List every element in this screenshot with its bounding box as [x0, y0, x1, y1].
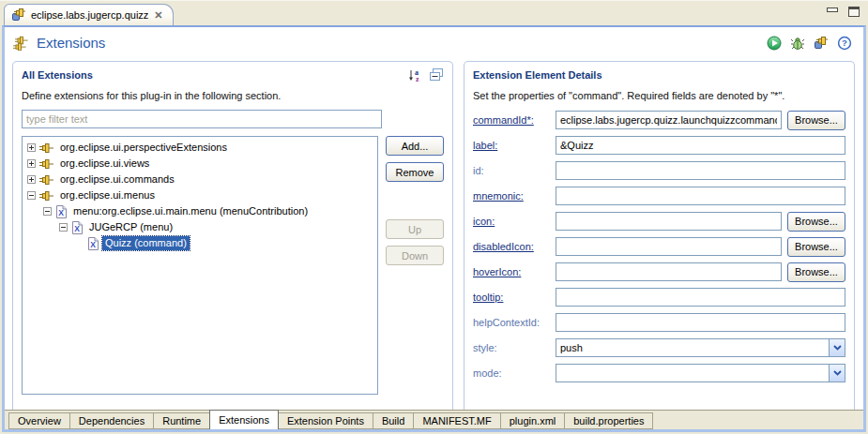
label-input[interactable]: [556, 136, 845, 155]
add-button[interactable]: Add...: [386, 136, 444, 156]
style-input[interactable]: [556, 339, 829, 356]
tree-item-label: org.eclipse.ui.views: [57, 157, 152, 171]
xml-element-icon: X: [55, 205, 67, 218]
minimize-icon[interactable]: [827, 7, 838, 12]
commandid-input[interactable]: [556, 111, 782, 129]
page-tab-extensions[interactable]: Extensions: [209, 410, 279, 429]
page-tab-build[interactable]: Build: [373, 412, 414, 429]
tree-item-org-eclipse-ui-menus[interactable]: org.eclipse.ui.menus: [23, 187, 377, 203]
page-tab-bar: OverviewDependenciesRuntimeExtensionsExt…: [5, 410, 863, 429]
extension-point-icon: [39, 190, 53, 202]
page-tab-plugin-xml[interactable]: plugin.xml: [501, 412, 566, 429]
eclipse-editor-window: eclipse.labs.jugercp.quizz ✕ Extensions …: [0, 0, 868, 434]
editor-tab[interactable]: eclipse.labs.jugercp.quizz ✕: [4, 4, 174, 25]
svg-text:X: X: [90, 240, 96, 249]
help-icon[interactable]: ?: [837, 36, 852, 51]
icon-label-link[interactable]: icon:: [473, 216, 556, 227]
tree-item-label: org.eclipse.ui.menus: [57, 188, 158, 202]
editor-tab-title: eclipse.labs.jugercp.quizz: [31, 9, 148, 21]
style-label: style:: [473, 342, 556, 353]
tree-item-org-eclipse-ui-commands[interactable]: org.eclipse.ui.commands: [23, 172, 377, 187]
debug-icon[interactable]: [790, 36, 805, 51]
xml-element-icon: X: [71, 221, 83, 234]
sort-alpha-icon[interactable]: az: [407, 67, 422, 82]
extensions-tree[interactable]: org.eclipse.ui.perspectiveExtensionsorg.…: [22, 136, 378, 395]
disabledicon-input[interactable]: [556, 237, 782, 256]
svg-text:X: X: [58, 208, 64, 217]
mode-input[interactable]: [556, 365, 829, 382]
tree-item-label: menu:org.eclipse.ui.main.menu (menuContr…: [70, 204, 311, 218]
extension-point-icon: [39, 174, 53, 186]
tree-item-org-eclipse-ui-views[interactable]: org.eclipse.ui.views: [23, 156, 377, 172]
tree-expander-icon[interactable]: [43, 207, 52, 216]
element-details-titlebar: Extension Element Details: [473, 67, 845, 82]
page-tab-build-properties[interactable]: build.properties: [565, 412, 653, 429]
tree-expander-icon[interactable]: [27, 191, 36, 200]
mode-label: mode:: [473, 367, 556, 379]
tree-item-menu-org-eclipse-ui-main-menu-menucontribution[interactable]: Xmenu:org.eclipse.ui.main.menu (menuCont…: [23, 203, 377, 219]
chevron-down-icon[interactable]: [829, 339, 845, 356]
button-spacer: [386, 188, 444, 213]
mode-row: mode:: [473, 364, 845, 382]
xml-element-icon: X: [87, 237, 99, 250]
element-details-fields: commandId*:Browse...label:id:mnemonic:ic…: [473, 111, 845, 389]
disabledicon-label-link[interactable]: disabledIcon:: [473, 241, 556, 252]
tree-expander-icon[interactable]: [27, 175, 36, 184]
tree-item-jugercp-menu[interactable]: XJUGeRCP (menu): [23, 219, 377, 235]
all-extensions-description: Define extensions for this plug-in in th…: [22, 90, 444, 101]
chevron-down-icon[interactable]: [829, 365, 845, 382]
icon-browse-button[interactable]: Browse...: [787, 212, 845, 232]
all-extensions-titlebar: All Extensions az: [22, 67, 444, 82]
maximize-icon[interactable]: [848, 7, 860, 17]
collapse-all-icon[interactable]: [429, 67, 444, 82]
mnemonic-input[interactable]: [556, 187, 845, 205]
page-tab-extension-points[interactable]: Extension Points: [279, 412, 373, 429]
tree-item-label: JUGeRCP (menu): [86, 220, 175, 234]
header-toolbar: ?: [767, 36, 852, 51]
element-details-title: Extension Element Details: [473, 69, 602, 81]
hovericon-input[interactable]: [556, 262, 782, 281]
icon-input[interactable]: [556, 212, 782, 231]
mnemonic-label-link[interactable]: mnemonic:: [473, 190, 556, 202]
tree-item-quizz-command[interactable]: XQuizz (command): [23, 235, 377, 251]
tree-item-label: org.eclipse.ui.commands: [57, 172, 177, 187]
down-button: Down: [386, 246, 444, 265]
editor-tab-strip: eclipse.labs.jugercp.quizz ✕: [0, 1, 868, 25]
tree-expander-icon[interactable]: [59, 223, 68, 232]
label-label-link[interactable]: label:: [473, 140, 556, 151]
hovericon-label-link[interactable]: hoverIcon:: [473, 266, 556, 277]
remove-button[interactable]: Remove: [386, 162, 444, 182]
commandid-label-link[interactable]: commandId*:: [473, 114, 556, 126]
commandid-row: commandId*:Browse...: [473, 111, 845, 129]
page-tab-manifest-mf[interactable]: MANIFEST.MF: [414, 412, 500, 429]
element-details-section: Extension Element Details Set the proper…: [464, 61, 855, 410]
filter-input[interactable]: [22, 110, 382, 128]
helpcontextid-input[interactable]: [556, 313, 845, 332]
mnemonic-row: mnemonic:: [473, 187, 845, 205]
tree-expander-icon[interactable]: [27, 143, 36, 152]
label-row: label:: [473, 136, 845, 155]
page-tab-overview[interactable]: Overview: [8, 412, 70, 429]
commandid-browse-button[interactable]: Browse...: [787, 111, 845, 130]
page-tab-dependencies[interactable]: Dependencies: [70, 412, 154, 429]
run-icon[interactable]: [767, 36, 782, 51]
extension-point-icon: [39, 158, 53, 170]
close-icon[interactable]: ✕: [153, 10, 163, 21]
svg-text:?: ?: [842, 37, 847, 48]
tree-item-org-eclipse-ui-perspectiveextensions[interactable]: org.eclipse.ui.perspectiveExtensions: [23, 140, 377, 156]
tree-expander-icon[interactable]: [27, 159, 36, 168]
plugin-icon[interactable]: [814, 36, 829, 51]
id-input[interactable]: [556, 161, 845, 180]
tooltip-row: tooltip:: [473, 288, 845, 307]
form-header: Extensions ?: [5, 27, 863, 58]
style-row: style:: [473, 338, 845, 357]
page-tab-runtime[interactable]: Runtime: [154, 412, 210, 429]
hovericon-row: hoverIcon:Browse...: [473, 262, 845, 281]
tooltip-label-link[interactable]: tooltip:: [473, 292, 556, 303]
disabledicon-browse-button[interactable]: Browse...: [787, 237, 845, 257]
icon-row: icon:Browse...: [473, 212, 845, 231]
all-extensions-section: All Extensions az Define extensions for …: [12, 61, 453, 410]
tree-area: org.eclipse.ui.perspectiveExtensionsorg.…: [22, 136, 444, 395]
hovericon-browse-button[interactable]: Browse...: [787, 262, 845, 282]
tooltip-input[interactable]: [556, 288, 845, 307]
